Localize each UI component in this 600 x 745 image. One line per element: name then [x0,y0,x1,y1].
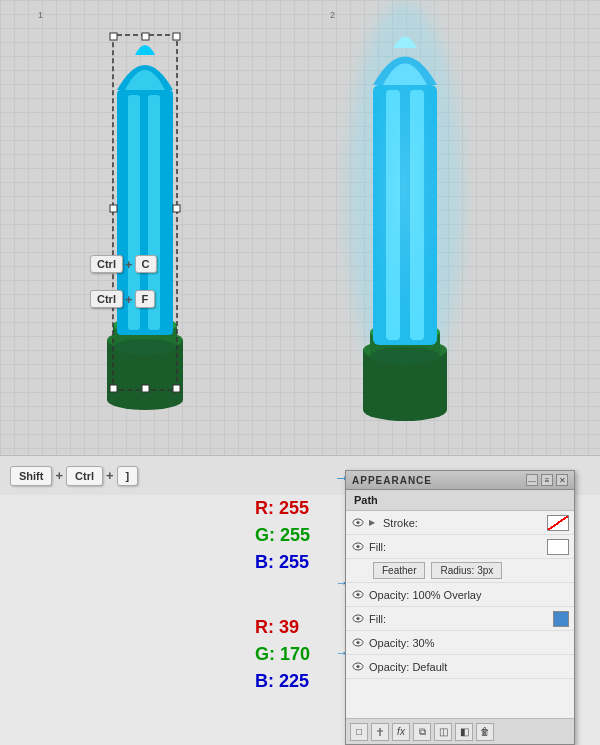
svg-point-30 [357,521,360,524]
panel-tool-align-l[interactable]: ◫ [434,723,452,741]
rgb-b-top: B: 255 [255,549,310,576]
opacity-text-default: Opacity: Default [369,661,447,673]
svg-point-5 [113,339,177,355]
fill-blue-swatch[interactable] [553,611,569,627]
toolbar-plus-1: + [55,468,63,483]
svg-rect-12 [173,33,180,40]
key-ctrl-2: Ctrl [90,290,123,308]
panel-row-stroke: ▶ Stroke: [346,511,574,535]
rgb-r-top: R: 255 [255,495,310,522]
panel-bottom-toolbar: □ fx ⧉ ◫ ◧ 🗑 [346,718,574,744]
rgb-g-top: G: 255 [255,522,310,549]
svg-point-40 [357,665,360,668]
panel-tool-align-r[interactable]: ◧ [455,723,473,741]
eye-icon-opacity-1[interactable] [351,588,365,602]
fill-label-1: Fill: [369,541,543,553]
svg-rect-11 [142,33,149,40]
svg-rect-15 [110,385,117,392]
panel-row-opacity-default: Opacity: Default [346,655,574,679]
key-ctrl-tb: Ctrl [66,466,103,486]
panel-path-header: Path [346,490,574,511]
opacity-text-1: Opacity: 100% Overlay [369,589,482,601]
eye-icon-opacity-30[interactable] [351,636,365,650]
panel-tool-delete[interactable]: 🗑 [476,723,494,741]
appearance-panel: APPEARANCE — ≡ ✕ Path ▶ Stroke: Fi [345,470,575,745]
panel-row-feather: Feather Radius: 3px [346,559,574,583]
stroke-label: Stroke: [383,517,543,529]
svg-point-34 [357,593,360,596]
panel-tool-new[interactable]: □ [350,723,368,741]
rgb-b-bottom: B: 225 [255,668,310,695]
color-values-area: R: 255 G: 255 B: 255 R: 39 G: 170 B: 225 [255,495,310,695]
feather-button[interactable]: Feather [373,562,425,579]
ruler-num-2: 2 [330,10,335,20]
panel-tool-copy[interactable]: ⧉ [413,723,431,741]
panel-row-fill-white: Fill: [346,535,574,559]
panel-close-btn[interactable]: ✕ [556,474,568,486]
svg-rect-17 [173,385,180,392]
rgb-g-bottom: G: 170 [255,641,310,668]
pencil-left-container[interactable]: Ctrl + C Ctrl + F [85,30,205,422]
rgb-block-bottom: R: 39 G: 170 B: 225 [255,614,310,695]
panel-tool-anchor[interactable] [371,723,389,741]
svg-point-38 [357,641,360,644]
svg-rect-13 [110,205,117,212]
panel-title: APPEARANCE [352,475,432,486]
eye-icon-stroke[interactable] [351,516,365,530]
panel-row-opacity-30: Opacity: 30% [346,631,574,655]
ruler-num-1: 1 [38,10,43,20]
svg-rect-14 [173,205,180,212]
panel-path-label: Path [354,494,378,506]
shortcut-ctrl-c: Ctrl + C [90,255,157,273]
fill-label-2: Fill: [369,613,549,625]
panel-row-fill-blue: Fill: [346,607,574,631]
svg-point-32 [357,545,360,548]
pencil-right-svg [340,20,470,430]
rgb-block-top: R: 255 G: 255 B: 255 [255,495,310,576]
svg-rect-16 [142,385,149,392]
panel-content: ▶ Stroke: Fill: Feather Radius: 3px Opa [346,511,574,711]
panel-controls: — ≡ ✕ [526,474,568,486]
panel-tool-fx[interactable]: fx [392,723,410,741]
key-f: F [135,290,156,308]
pencil-left-svg [85,30,205,420]
key-ctrl-1: Ctrl [90,255,123,273]
key-shift: Shift [10,466,52,486]
opacity-text-30: Opacity: 30% [369,637,434,649]
eye-icon-fill-white[interactable] [351,540,365,554]
plus-2: + [125,292,133,307]
shortcut-ctrl-f: Ctrl + F [90,290,155,308]
panel-menu-btn[interactable]: ≡ [541,474,553,486]
panel-row-opacity-1: Opacity: 100% Overlay [346,583,574,607]
svg-rect-10 [110,33,117,40]
radius-button[interactable]: Radius: 3px [431,562,502,579]
rgb-r-bottom: R: 39 [255,614,310,641]
panel-titlebar: APPEARANCE — ≡ ✕ [346,471,574,490]
plus-1: + [125,257,133,272]
eye-icon-opacity-default[interactable] [351,660,365,674]
stroke-preview [547,515,569,531]
arrow-stroke: ▶ [369,518,379,527]
key-bracket: ] [117,466,139,486]
eye-icon-fill-blue[interactable] [351,612,365,626]
canvas-area: 1 2 [0,0,600,455]
svg-point-24 [370,347,440,365]
fill-white-swatch[interactable] [547,539,569,555]
pencil-right-container [340,20,470,432]
toolbar-plus-2: + [106,468,114,483]
key-c: C [135,255,157,273]
svg-rect-28 [373,85,437,345]
panel-minimize-btn[interactable]: — [526,474,538,486]
svg-point-36 [357,617,360,620]
